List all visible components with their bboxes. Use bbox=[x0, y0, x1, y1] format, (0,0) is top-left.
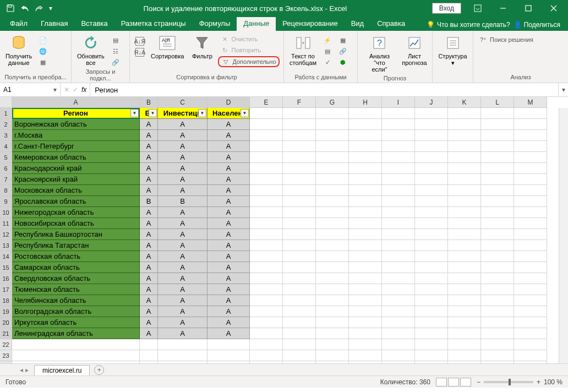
filter-dropdown-button[interactable]: ▼ bbox=[241, 109, 249, 117]
tab-insert[interactable]: Вставка bbox=[74, 17, 114, 31]
clear-filter-button[interactable]: ✕Очистить bbox=[218, 34, 279, 44]
row-header-10[interactable]: 10 bbox=[0, 207, 12, 218]
sort-button[interactable]: А|Я Сортировка bbox=[149, 33, 186, 61]
flash-fill-button[interactable]: ⚡ bbox=[321, 35, 334, 45]
login-button[interactable]: Вход bbox=[432, 3, 461, 14]
view-normal-button[interactable] bbox=[436, 378, 447, 386]
column-header-H[interactable]: H bbox=[349, 97, 382, 108]
get-data-button[interactable]: Получить данные bbox=[3, 33, 34, 67]
tab-formulas[interactable]: Формулы bbox=[193, 17, 237, 31]
relationships-button[interactable]: 🔗 bbox=[336, 46, 349, 56]
reapply-button[interactable]: ↻Повторить bbox=[218, 45, 279, 55]
close-button[interactable] bbox=[542, 1, 566, 16]
row-header-5[interactable]: 5 bbox=[0, 152, 12, 163]
chevron-down-icon[interactable]: ▾ bbox=[53, 86, 57, 94]
cancel-icon[interactable]: ✕ bbox=[64, 86, 69, 94]
row-header-9[interactable]: 9 bbox=[0, 196, 12, 207]
save-button[interactable] bbox=[4, 2, 17, 14]
spreadsheet-grid[interactable]: ABCDEFGHIJKLM 12345678910111213141516171… bbox=[0, 97, 568, 363]
from-table-button[interactable]: ▦ bbox=[36, 57, 50, 67]
enter-icon[interactable]: ✓ bbox=[73, 86, 78, 94]
sort-desc-button[interactable]: Я↓A bbox=[133, 47, 146, 57]
column-header-M[interactable]: M bbox=[514, 97, 547, 108]
solver-button[interactable]: ?⁺Поиск решения bbox=[477, 33, 536, 45]
filter-dropdown-button[interactable]: ▼ bbox=[149, 109, 157, 117]
add-sheet-button[interactable]: + bbox=[94, 365, 104, 375]
share-button[interactable]: 👤 Поделиться bbox=[514, 21, 560, 29]
column-header-I[interactable]: I bbox=[382, 97, 415, 108]
filter-dropdown-button[interactable]: ▼ bbox=[130, 109, 139, 117]
column-header-K[interactable]: K bbox=[448, 97, 481, 108]
row-header-20[interactable]: 20 bbox=[0, 317, 12, 328]
column-header-J[interactable]: J bbox=[415, 97, 448, 108]
view-layout-button[interactable] bbox=[448, 378, 459, 386]
consolidate-button[interactable]: ▦ bbox=[336, 35, 349, 45]
name-box[interactable]: A1 ▾ bbox=[0, 83, 61, 96]
maximize-button[interactable] bbox=[516, 1, 540, 16]
forecast-sheet-button[interactable]: Лист прогноза bbox=[400, 33, 429, 67]
undo-button[interactable] bbox=[19, 2, 31, 14]
row-header-3[interactable]: 3 bbox=[0, 130, 12, 141]
zoom-slider[interactable] bbox=[484, 381, 533, 383]
column-header-B[interactable]: B bbox=[140, 97, 158, 108]
advanced-filter-button[interactable]: ▽Дополнительно bbox=[218, 56, 279, 67]
properties-button[interactable]: ☷ bbox=[109, 46, 122, 56]
row-header-13[interactable]: 13 bbox=[0, 240, 12, 251]
refresh-all-button[interactable]: Обновить все bbox=[75, 33, 107, 67]
row-header-6[interactable]: 6 bbox=[0, 163, 12, 174]
sheet-tab[interactable]: microexcel.ru bbox=[34, 365, 90, 375]
redo-button[interactable] bbox=[33, 2, 45, 14]
tab-file[interactable]: Файл bbox=[3, 17, 34, 31]
tab-home[interactable]: Главная bbox=[34, 17, 74, 31]
view-pagebreak-button[interactable] bbox=[460, 378, 471, 386]
filter-button[interactable]: Фильтр bbox=[188, 33, 216, 61]
sort-asc-button[interactable]: A↓Я bbox=[133, 36, 146, 46]
what-if-button[interactable]: ? Анализ "что если" bbox=[361, 33, 398, 74]
cells[interactable]: Регион▼ВІ▼Инвестици▼Населені▼Воронежская… bbox=[12, 108, 547, 363]
queries-button[interactable]: ▤ bbox=[109, 35, 122, 45]
filter-dropdown-button[interactable]: ▼ bbox=[198, 109, 206, 117]
row-header-1[interactable]: 1 bbox=[0, 108, 12, 119]
minimize-button[interactable] bbox=[491, 1, 515, 16]
from-web-button[interactable]: 🌐 bbox=[36, 46, 50, 56]
text-to-columns-button[interactable]: Текст по столбцам bbox=[287, 33, 319, 67]
row-header-15[interactable]: 15 bbox=[0, 262, 12, 273]
zoom-in-button[interactable]: + bbox=[537, 378, 540, 386]
data-model-button[interactable]: ⬢ bbox=[336, 57, 349, 67]
formula-input[interactable]: Регион bbox=[90, 83, 558, 96]
column-header-L[interactable]: L bbox=[481, 97, 514, 108]
column-header-C[interactable]: C bbox=[158, 97, 207, 108]
tab-view[interactable]: Вид bbox=[345, 17, 371, 31]
tab-review[interactable]: Рецензирование bbox=[276, 17, 344, 31]
data-validation-button[interactable]: ✓ bbox=[321, 57, 334, 67]
column-header-E[interactable]: E bbox=[250, 97, 283, 108]
from-text-button[interactable]: 📄 bbox=[36, 35, 50, 45]
zoom-out-button[interactable]: − bbox=[477, 378, 480, 386]
vertical-scrollbar[interactable] bbox=[559, 108, 568, 363]
outline-button[interactable]: Структура ▾ bbox=[436, 33, 469, 67]
row-header-17[interactable]: 17 bbox=[0, 284, 12, 295]
row-header-11[interactable]: 11 bbox=[0, 218, 12, 229]
remove-duplicates-button[interactable]: ▤ bbox=[321, 46, 334, 56]
row-header-7[interactable]: 7 bbox=[0, 174, 12, 185]
ribbon-options-button[interactable] bbox=[466, 1, 490, 16]
tell-me-search[interactable]: 💡 Что вы хотите сделать? bbox=[427, 21, 510, 29]
column-header-A[interactable]: A bbox=[12, 97, 140, 108]
tab-layout[interactable]: Разметка страницы bbox=[114, 17, 193, 31]
qat-customize-button[interactable]: ▾ bbox=[47, 2, 54, 14]
tab-help[interactable]: Справка bbox=[370, 17, 412, 31]
column-header-F[interactable]: F bbox=[283, 97, 316, 108]
row-header-18[interactable]: 18 bbox=[0, 295, 12, 306]
sheet-nav-next[interactable]: ▸ bbox=[25, 366, 29, 374]
edit-links-button[interactable]: 🔗 bbox=[109, 57, 122, 67]
select-all-corner[interactable] bbox=[0, 97, 12, 108]
row-header-21[interactable]: 21 bbox=[0, 328, 12, 339]
row-header-19[interactable]: 19 bbox=[0, 306, 12, 317]
formula-expand-button[interactable]: ▾ bbox=[558, 83, 568, 96]
column-header-G[interactable]: G bbox=[316, 97, 349, 108]
row-header-8[interactable]: 8 bbox=[0, 185, 12, 196]
fx-icon[interactable]: fx bbox=[81, 86, 86, 94]
row-header-4[interactable]: 4 bbox=[0, 141, 12, 152]
row-header-14[interactable]: 14 bbox=[0, 251, 12, 262]
row-header-12[interactable]: 12 bbox=[0, 229, 12, 240]
